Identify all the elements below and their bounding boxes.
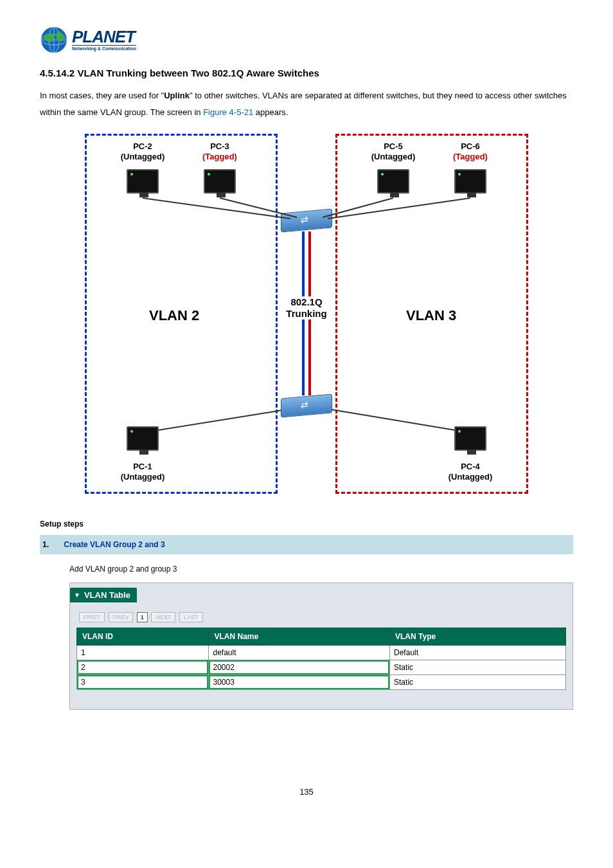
th-vlan-id: VLAN ID [77,628,209,646]
vlan-table: VLAN ID VLAN Name VLAN Type 1defaultDefa… [76,628,566,690]
vlan-table-title: VLAN Table [84,590,130,600]
para-pre: In most cases, they are used for " [40,91,164,100]
para-bold: Uplink [164,91,190,100]
page-number: 135 [40,787,573,797]
pc6-label: PC-6(Tagged) [438,141,502,161]
pager-page-button[interactable]: 1 [137,612,148,622]
collapse-icon: ▼ [74,592,80,599]
intro-paragraph: In most cases, they are used for "Uplink… [40,87,573,121]
bottom-switch-icon [281,394,332,418]
pager: FIRST PREV 1 NEXT LAST [79,611,566,622]
header-logo: PLANET Networking & Communication [40,26,573,56]
table-row: 330003Static [77,675,566,690]
top-switch-icon [281,209,332,233]
brand-name: PLANET [72,29,136,45]
table-cell: Static [390,675,566,690]
pager-first-button[interactable]: FIRST [79,612,105,622]
pager-next-button[interactable]: NEXT [151,612,175,622]
setup-steps-heading: Setup steps [40,520,573,529]
pc3-icon [204,169,236,194]
step-num: 1. [42,540,62,549]
trunk-label: 802.1QTrunking [278,296,335,320]
pc2-label: PC-2(Untagged) [111,141,175,161]
table-cell: 3 [77,675,209,690]
table-cell: 2 [77,660,209,675]
vlan2-label: VLAN 2 [149,307,199,324]
vlan3-label: VLAN 3 [406,307,456,324]
pc6-icon [454,169,486,194]
table-cell: 20002 [209,660,390,675]
th-vlan-name: VLAN Name [209,628,390,646]
para-post: appears. [253,107,288,117]
pc1-icon [127,426,159,451]
pc1-label: PC-1(Untagged) [111,462,175,482]
vlan-table-panel: ▼ VLAN Table FIRST PREV 1 NEXT LAST VLAN… [69,583,573,710]
table-cell: default [209,646,390,660]
th-vlan-type: VLAN Type [390,628,566,646]
topology-diagram: PC-2(Untagged) PC-3(Tagged) PC-5(Untagge… [40,134,573,494]
figure-ref: Figure 4-5-21 [203,107,253,117]
pc3-label: PC-3(Tagged) [188,141,252,161]
table-row: 220002Static [77,660,566,675]
section-title: 4.5.14.2 VLAN Trunking between Two 802.1… [40,68,573,78]
step-body: Add VLAN group 2 and group 3 [69,565,573,574]
table-cell: 30003 [209,675,390,690]
table-row: 1defaultDefault [77,646,566,660]
globe-icon [40,26,68,54]
pc5-label: PC-5(Untagged) [361,141,425,161]
table-cell: 1 [77,646,209,660]
vlan-table-header[interactable]: ▼ VLAN Table [70,588,137,602]
pc4-label: PC-4(Untagged) [438,462,502,482]
table-cell: Default [390,646,566,660]
pager-last-button[interactable]: LAST [179,612,203,622]
pager-prev-button[interactable]: PREV [109,612,134,622]
pc5-icon [377,169,409,194]
pc4-icon [454,426,486,451]
brand-tagline: Networking & Communication [72,45,136,51]
pc2-icon [127,169,159,194]
step-title: Create VLAN Group 2 and 3 [64,540,164,549]
step-1-bar: 1. Create VLAN Group 2 and 3 [40,535,573,554]
table-cell: Static [390,660,566,675]
